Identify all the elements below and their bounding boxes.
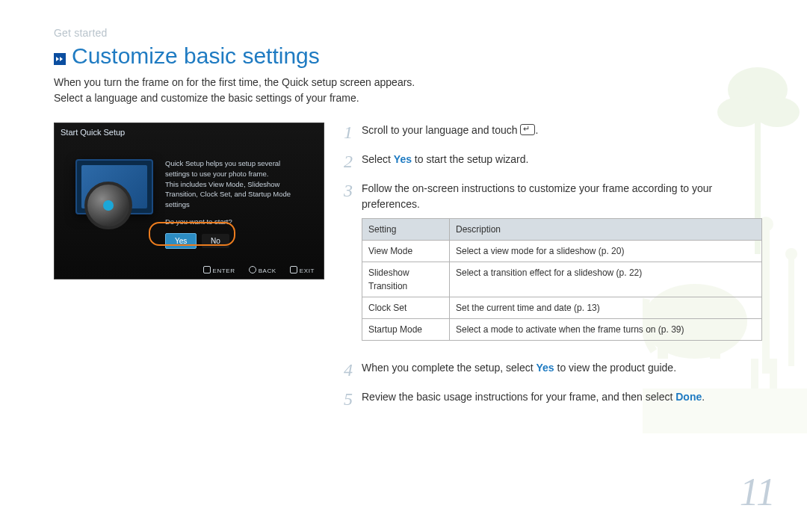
intro-text: When you turn the frame on for the first… bbox=[54, 75, 592, 106]
yes-keyword: Yes bbox=[536, 362, 554, 374]
done-keyword: Done bbox=[675, 391, 702, 403]
table-row: View Mode Select a view mode for a slide… bbox=[362, 241, 762, 262]
enter-icon bbox=[520, 124, 535, 135]
table-header-row: Setting Description bbox=[362, 219, 762, 241]
header-description: Description bbox=[450, 219, 762, 241]
breadcrumb: Get started bbox=[54, 27, 777, 39]
exit-key-icon bbox=[290, 266, 297, 273]
gear-icon bbox=[84, 182, 132, 229]
yes-keyword: Yes bbox=[394, 153, 412, 165]
cell-setting: Clock Set bbox=[362, 297, 450, 319]
screenshot-prompt: Do you want to start? bbox=[165, 217, 291, 227]
cell-setting: View Mode bbox=[362, 241, 450, 262]
screenshot-body-text: Quick Setup helps you setup several sett… bbox=[165, 159, 291, 249]
footer-exit-label: EXIT bbox=[300, 267, 315, 274]
step-4: 4 When you complete the setup, select Ye… bbox=[344, 360, 762, 379]
intro-line-1: When you turn the frame on for the first… bbox=[54, 76, 415, 88]
page-title-row: Customize basic settings bbox=[54, 43, 777, 69]
step-number: 5 bbox=[344, 389, 362, 408]
step-5: 5 Review the basic usage instructions fo… bbox=[344, 389, 762, 408]
screenshot-line: settings bbox=[165, 200, 291, 210]
enter-key-icon bbox=[203, 266, 211, 273]
step-text-post: to view the product guide. bbox=[554, 362, 676, 374]
screenshot-footer: ENTER BACK EXIT bbox=[203, 266, 315, 274]
screenshot-line: This includes View Mode, Slideshow bbox=[165, 180, 291, 190]
screenshot-line: settings to use your photo frame. bbox=[165, 170, 291, 179]
screenshot-title: Start Quick Setup bbox=[61, 128, 125, 137]
step-number: 1 bbox=[344, 123, 362, 141]
step-text-post: to start the setup wizard. bbox=[412, 153, 528, 165]
step-2: 2 Select Yes to start the setup wizard. bbox=[344, 152, 762, 170]
step-text: When you complete the setup, select bbox=[362, 362, 536, 374]
yes-option: Yes bbox=[165, 233, 197, 250]
cell-setting: Startup Mode bbox=[362, 319, 450, 341]
footer-back-label: BACK bbox=[259, 267, 276, 274]
table-row: Clock Set Set the current time and date … bbox=[362, 297, 762, 319]
steps-list: 1 Scroll to your language and touch . 2 … bbox=[344, 123, 762, 418]
screenshot-illustration bbox=[72, 159, 156, 225]
cell-desc: Select a mode to activate when the frame… bbox=[450, 319, 762, 341]
page-title: Customize basic settings bbox=[72, 43, 320, 69]
settings-table: Setting Description View Mode Select a v… bbox=[362, 218, 762, 341]
table-row: Slideshow Transition Select a transition… bbox=[362, 262, 762, 297]
cell-setting: Slideshow Transition bbox=[362, 262, 450, 297]
step-text: Select bbox=[362, 153, 394, 165]
page-number: 11 bbox=[740, 470, 776, 514]
cell-desc: Select a transition effect for a slidesh… bbox=[450, 262, 762, 297]
step-number: 4 bbox=[344, 360, 362, 379]
step-text: Scroll to your language and touch bbox=[362, 124, 520, 136]
step-1: 1 Scroll to your language and touch . bbox=[344, 123, 762, 141]
quick-setup-screenshot: Start Quick Setup Quick Setup helps you … bbox=[54, 123, 324, 279]
screenshot-line: Quick Setup helps you setup several bbox=[165, 159, 291, 169]
step-3: 3 Follow the on-screen instructions to c… bbox=[344, 181, 762, 350]
cell-desc: Select a view mode for a slideshow (p. 2… bbox=[450, 241, 762, 262]
step-text-post: . bbox=[535, 124, 538, 136]
no-option: No bbox=[202, 234, 229, 249]
step-number: 2 bbox=[344, 152, 362, 170]
section-bullet-icon bbox=[54, 53, 66, 65]
step-text: Review the basic usage instructions for … bbox=[362, 391, 675, 403]
footer-enter-label: ENTER bbox=[213, 267, 235, 274]
title-dotted-rule bbox=[329, 61, 777, 62]
screenshot-line: Transition, Clock Set, and Startup Mode bbox=[165, 190, 291, 200]
back-key-icon bbox=[249, 266, 256, 273]
intro-line-2: Select a language and customize the basi… bbox=[54, 92, 359, 104]
cell-desc: Set the current time and date (p. 13) bbox=[450, 297, 762, 319]
table-row: Startup Mode Select a mode to activate w… bbox=[362, 319, 762, 341]
step-number: 3 bbox=[344, 181, 362, 350]
header-setting: Setting bbox=[362, 219, 450, 241]
step-text-post: . bbox=[702, 391, 705, 403]
step-text: Follow the on-screen instructions to cus… bbox=[362, 182, 712, 210]
